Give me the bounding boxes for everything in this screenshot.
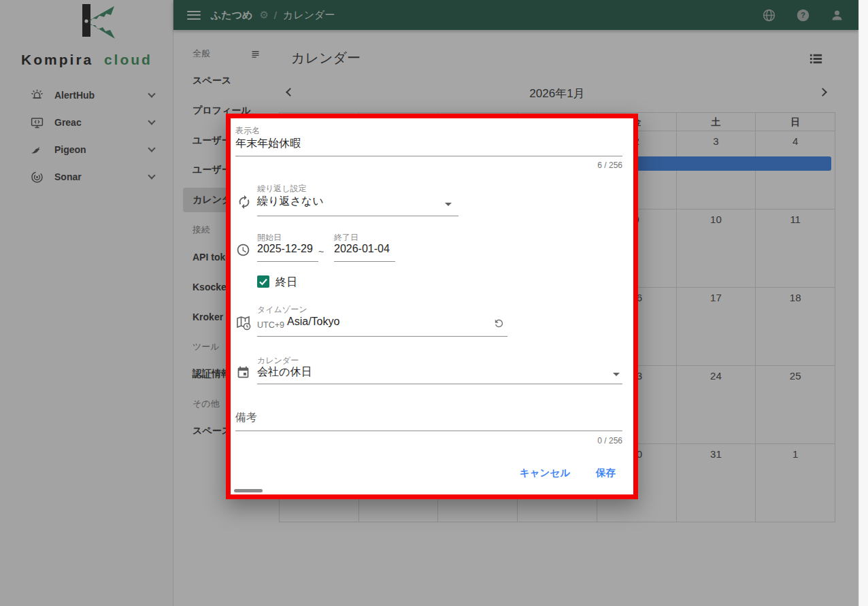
timezone-label: タイムゾーン <box>257 304 307 316</box>
remarks-counter: 0 / 256 <box>597 436 622 445</box>
event-dialog: 表示名 年末年始休暇 6 / 256 繰り返し設定 繰り返さない 開始日 202… <box>231 118 633 494</box>
event-dialog-highlight: 表示名 年末年始休暇 6 / 256 繰り返し設定 繰り返さない 開始日 202… <box>226 114 638 499</box>
repeat-caret-icon[interactable] <box>445 203 452 206</box>
app-window: Kompira cloud AlertHubGreacPigeonSonar ふ… <box>0 0 868 606</box>
repeat-icon <box>237 195 252 209</box>
display-name-underline <box>235 156 622 156</box>
cancel-button[interactable]: キャンセル <box>520 467 570 479</box>
calendar-icon <box>236 365 250 380</box>
remarks-input[interactable]: 備考 <box>235 411 257 425</box>
all-day-checkbox[interactable] <box>257 275 269 288</box>
dialog-actions: キャンセル 保存 <box>520 467 616 479</box>
calendar-select[interactable]: 会社の休日 <box>257 365 312 380</box>
display-name-label: 表示名 <box>235 125 260 137</box>
display-name-counter: 6 / 256 <box>597 161 622 170</box>
calendar-select-underline <box>257 384 622 384</box>
end-date-label: 終了日 <box>334 232 358 243</box>
display-name-input[interactable]: 年末年始休暇 <box>235 137 301 151</box>
check-icon <box>257 275 269 288</box>
timezone-map-clock-icon <box>235 315 252 331</box>
repeat-label: 繰り返し設定 <box>257 183 307 195</box>
all-day-label: 終日 <box>276 275 297 290</box>
clock-icon <box>236 243 250 257</box>
calendar-caret-icon[interactable] <box>613 373 620 376</box>
start-date-underline <box>257 261 318 262</box>
repeat-select[interactable]: 繰り返さない <box>257 195 324 209</box>
timezone-offset: UTC+9 <box>257 320 284 330</box>
date-range-separator: ~ <box>318 246 324 257</box>
start-date-input[interactable]: 2025-12-29 <box>257 243 313 255</box>
save-button[interactable]: 保存 <box>596 467 616 479</box>
remarks-underline <box>235 431 622 431</box>
repeat-underline <box>257 216 458 216</box>
timezone-underline <box>257 336 507 337</box>
end-date-input[interactable]: 2026-01-04 <box>334 243 390 255</box>
timezone-input[interactable]: Asia/Tokyo <box>287 316 339 328</box>
page-scrollbar[interactable] <box>858 0 868 606</box>
dialog-scrollbar-thumb[interactable] <box>234 489 263 492</box>
timezone-reset-icon[interactable] <box>493 318 505 329</box>
end-date-underline <box>334 261 395 262</box>
start-date-label: 開始日 <box>257 232 282 243</box>
